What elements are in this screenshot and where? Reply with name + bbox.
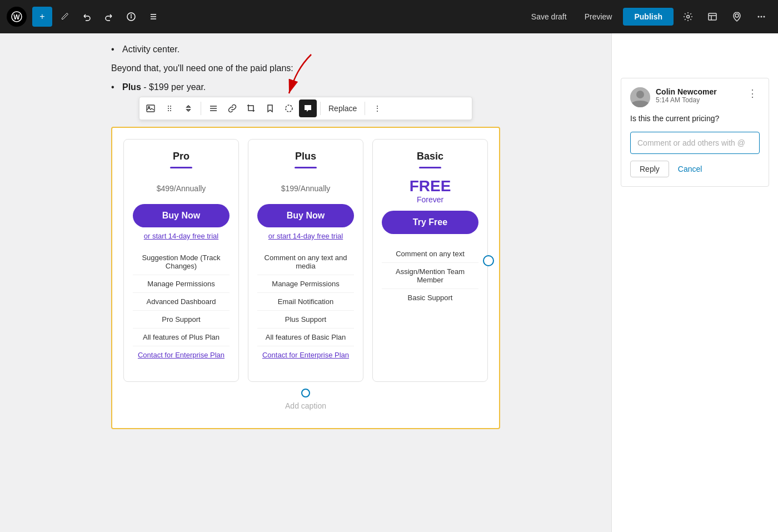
red-arrow-annotation	[267, 49, 333, 105]
feature-item: Comment on any text	[382, 245, 478, 263]
plan-name-basic: Basic	[382, 151, 478, 162]
svg-point-20	[170, 106, 171, 107]
comment-menu-button[interactable]: ⋮	[745, 87, 760, 100]
select-icon-btn[interactable]	[280, 100, 298, 117]
bullet-arrow-section: Plus - $199 per year.	[111, 82, 500, 92]
svg-point-4	[131, 15, 132, 16]
svg-point-13	[758, 16, 760, 18]
basic-features-list: Comment on any text Assign/Mention Team …	[382, 245, 478, 306]
comment-card: Colin Newcomer 5:14 AM Today ⋮ Is this t…	[621, 78, 769, 187]
caption-circle-icon	[301, 389, 310, 397]
feature-item: Suggestion Mode (Track Changes)	[133, 249, 230, 275]
svg-text:W: W	[13, 13, 20, 21]
settings-icon[interactable]	[678, 7, 698, 27]
reply-button[interactable]: Reply	[630, 161, 669, 177]
wp-logo[interactable]: W	[7, 7, 27, 27]
save-draft-button[interactable]: Save draft	[525, 9, 573, 24]
feature-item: Pro Support	[133, 311, 230, 329]
free-trial-pro-link[interactable]: or start 14-day free trial	[133, 232, 230, 240]
comment-input[interactable]	[630, 132, 760, 154]
buy-now-pro-button[interactable]: Buy Now	[133, 204, 230, 227]
image-icon-btn[interactable]	[142, 100, 159, 117]
enterprise-link-plus[interactable]: Contact for Enterprise Plan	[262, 351, 349, 359]
editor-area: Activity center. Beyond that, you'll nee…	[0, 33, 778, 532]
editor-content: Activity center. Beyond that, you'll nee…	[0, 33, 611, 532]
svg-point-12	[735, 14, 739, 17]
feature-item: Contact for Enterprise Plan	[257, 346, 354, 364]
bullet-item-2: Plus - $199 per year.	[111, 82, 500, 92]
pricing-card-pro: Pro $499/Annually Buy Now or start 14-da…	[123, 139, 239, 382]
free-trial-plus-link[interactable]: or start 14-day free trial	[257, 232, 354, 240]
feature-item: Manage Permissions	[257, 275, 354, 293]
comment-text: Is this the current pricing?	[630, 114, 760, 123]
feature-item: Email Notification	[257, 293, 354, 311]
plan-price-plus: $199/Annually	[257, 177, 354, 195]
toolbar-divider-3	[365, 102, 365, 115]
caption-placeholder[interactable]: Add caption	[130, 401, 481, 410]
drag-icon-btn[interactable]	[161, 100, 178, 117]
add-column-circle[interactable]	[483, 255, 494, 266]
cancel-button[interactable]: Cancel	[674, 161, 707, 177]
plan-divider-basic	[419, 167, 441, 168]
plan-name-pro: Pro	[133, 151, 230, 162]
feature-item: Contact for Enterprise Plan	[133, 346, 230, 364]
commenter-info: Colin Newcomer 5:14 AM Today	[656, 87, 745, 104]
more-menu-icon[interactable]	[751, 7, 771, 27]
comment-panel: Colin Newcomer 5:14 AM Today ⋮ Is this t…	[611, 33, 778, 532]
feature-item: Advanced Dashboard	[133, 293, 230, 311]
try-free-button[interactable]: Try Free	[382, 211, 478, 234]
align-icon-btn[interactable]	[205, 100, 222, 117]
edit-tool-button[interactable]	[54, 7, 74, 27]
feature-item: Comment on any text and media	[257, 249, 354, 275]
replace-button[interactable]: Replace	[324, 102, 361, 115]
add-block-button[interactable]: +	[32, 7, 52, 27]
location-icon[interactable]	[727, 7, 747, 27]
toolbar-divider-1	[201, 102, 201, 115]
bookmark-icon-btn[interactable]	[261, 100, 279, 117]
svg-point-23	[168, 110, 169, 111]
preview-button[interactable]: Preview	[578, 9, 619, 24]
link-icon-btn[interactable]	[223, 100, 241, 117]
undo-button[interactable]	[77, 7, 97, 27]
svg-point-28	[286, 105, 292, 112]
comment-actions: Reply Cancel	[630, 161, 760, 177]
plan-divider-pro	[170, 167, 192, 168]
svg-point-15	[764, 16, 765, 18]
crop-icon-btn[interactable]	[242, 100, 260, 117]
plan-name-plus: Plus	[257, 151, 354, 162]
svg-point-19	[168, 106, 169, 107]
caption-area[interactable]: Add caption	[123, 382, 488, 417]
svg-point-22	[170, 108, 171, 109]
commenter-time: 5:14 AM Today	[656, 96, 745, 104]
buy-now-plus-button[interactable]: Buy Now	[257, 204, 354, 227]
top-bar-right: Save draft Preview Publish	[525, 7, 771, 27]
block-toolbar: Replace ⋮	[139, 97, 472, 120]
comment-icon-btn[interactable]	[299, 100, 317, 117]
redo-button[interactable]	[99, 7, 119, 27]
commenter-name: Colin Newcomer	[656, 87, 745, 96]
comment-header: Colin Newcomer 5:14 AM Today ⋮	[630, 87, 760, 107]
enterprise-link-pro[interactable]: Contact for Enterprise Plan	[138, 351, 225, 359]
toolbar-divider-2	[320, 102, 321, 115]
info-button[interactable]	[121, 7, 141, 27]
feature-item: All features of Plus Plan	[133, 329, 230, 346]
avatar	[630, 87, 650, 107]
more-options-btn[interactable]: ⋮	[368, 100, 386, 117]
pricing-block: Pro $499/Annually Buy Now or start 14-da…	[111, 127, 500, 429]
editor-mode-icon[interactable]	[702, 7, 722, 27]
svg-point-30	[636, 91, 644, 98]
top-toolbar: W + Save draft Preview Publish	[0, 0, 778, 33]
pricing-card-basic: Basic FREE Forever Try Free Comment on a…	[372, 139, 488, 382]
svg-point-14	[761, 16, 762, 18]
move-up-down-btn[interactable]	[179, 100, 197, 117]
list-view-button[interactable]	[143, 7, 163, 27]
plan-price-free: FREE	[382, 177, 478, 195]
content-paragraph: Beyond that, you'll need one of the paid…	[111, 63, 500, 73]
publish-button[interactable]: Publish	[623, 8, 674, 26]
plan-divider-plus	[295, 167, 317, 168]
feature-item: Basic Support	[382, 289, 478, 306]
pricing-grid: Pro $499/Annually Buy Now or start 14-da…	[123, 139, 488, 382]
feature-item: Manage Permissions	[133, 275, 230, 293]
content-text: Activity center. Beyond that, you'll nee…	[111, 44, 500, 429]
pricing-card-plus: Plus $199/Annually Buy Now or start 14-d…	[248, 139, 363, 382]
